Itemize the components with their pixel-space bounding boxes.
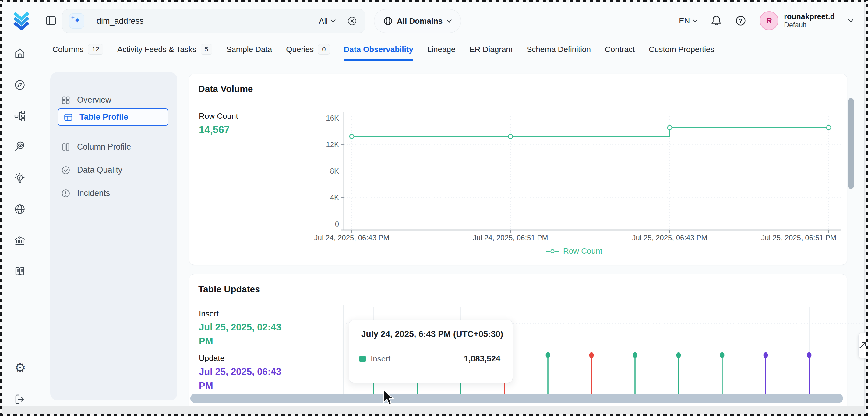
svg-text:16K: 16K [326,114,339,122]
tab-count-badge: 12 [88,44,103,55]
user-name: rounakpreet.d [784,12,835,21]
alert-circle-icon [61,189,70,198]
divider [341,14,341,27]
horizontal-scrollbar[interactable] [190,394,843,403]
tab-sample-data[interactable]: Sample Data [226,36,272,63]
svg-text:Jul 25, 2025, 06:51 PM: Jul 25, 2025, 06:51 PM [761,233,836,242]
search-value: dim_address [97,17,144,26]
chevron-down-icon [693,20,698,22]
rail-lineage-icon[interactable] [14,110,26,122]
svg-text:12K: 12K [326,140,339,149]
grid-icon [61,96,70,105]
entity-tabs: Columns12Activity Feeds & Tasks5Sample D… [52,36,714,63]
chevron-down-icon [848,19,854,22]
tooltip-series-swatch [360,356,366,362]
svg-text:4K: 4K [330,193,339,202]
rail-insights-icon[interactable] [14,172,26,185]
table-updates-title: Table Updates [198,284,260,294]
chart-tooltip: July 24, 2025, 6:43 PM (UTC+05:30) Inser… [349,320,513,383]
svg-text:?: ? [739,18,743,24]
tab-count-badge: 5 [201,44,212,55]
search-scope-dropdown[interactable]: All [319,17,336,26]
tooltip-series-value: 1,083,524 [464,354,500,363]
side-panel-handle[interactable] [858,332,868,358]
expand-arrow-icon [859,341,866,349]
globe-icon [383,17,393,26]
tab-count-badge: 0 [318,44,330,55]
tooltip-timestamp: July 24, 2025, 6:43 PM (UTC+05:30) [361,329,503,339]
sidebar-item-overview[interactable]: Overview [61,95,112,105]
rail-domains-icon[interactable] [14,203,26,216]
tab-lineage[interactable]: Lineage [427,36,456,63]
data-volume-title: Data Volume [198,84,253,94]
tab-contract[interactable]: Contract [605,36,635,63]
tab-queries[interactable]: Queries0 [286,36,330,63]
update-metric: Update Jul 25, 2025, 06:43 PM [199,354,281,393]
window-bottom-strip [0,406,868,416]
sidebar-item-data-quality[interactable]: Data Quality [61,165,122,175]
domains-dropdown[interactable]: All Domains [374,9,461,33]
tab-er-diagram[interactable]: ER Diagram [469,36,513,63]
chevron-down-icon [331,20,336,23]
rail-glossary-icon[interactable] [14,265,26,278]
screenshot-edge [0,0,2,416]
global-search-input[interactable]: ✦✦ dim_address All [62,9,366,33]
row-count-value: 14,567 [199,124,238,135]
profiler-sidebar: Overview Table Profile Column Profile Da… [50,72,177,401]
user-menu[interactable]: R rounakpreet.d Default [760,11,854,30]
chevron-down-icon [447,20,452,23]
tab-columns[interactable]: Columns12 [52,36,103,63]
tab-schema-definition[interactable]: Schema Definition [527,36,591,63]
row-count-legend[interactable]: Row Count [546,246,602,256]
table-icon [64,113,73,122]
vertical-scrollbar[interactable] [848,98,854,189]
row-count-metric: Row Count 14,567 [199,111,238,135]
data-volume-chart: 04K8K12K16KJul 24, 2025, 06:43 PMJul 24,… [305,107,850,244]
notifications-bell-icon[interactable] [711,15,722,27]
svg-text:Jul 25, 2025, 06:43 PM: Jul 25, 2025, 06:43 PM [632,233,708,242]
svg-text:Jul 24, 2025, 06:43 PM: Jul 24, 2025, 06:43 PM [314,233,390,242]
insert-metric: Insert Jul 25, 2025, 02:43 PM [199,309,281,348]
columns-icon [61,142,70,152]
check-circle-icon [61,166,70,175]
user-team: Default [784,21,835,30]
sidebar-item-incidents[interactable]: Incidents [61,189,110,198]
avatar: R [760,11,778,30]
rail-settings-gear-icon[interactable]: ⚙ [14,362,26,374]
rail-explore-icon[interactable] [14,79,26,91]
data-volume-card: Data Volume Row Count 14,567 04K8K12K16K… [189,74,847,265]
tab-custom-properties[interactable]: Custom Properties [649,36,714,63]
svg-text:Jul 24, 2025, 06:51 PM: Jul 24, 2025, 06:51 PM [473,233,548,242]
help-icon[interactable]: ? [735,15,746,26]
rail-govern-icon[interactable] [14,235,26,247]
rail-home-icon[interactable] [14,47,26,60]
svg-text:8K: 8K [330,167,339,175]
app-header: ✦✦ dim_address All All Domains EN [0,0,868,36]
language-dropdown[interactable]: EN [679,16,698,26]
panel-toggle-icon[interactable] [45,15,57,27]
rail-logout-icon[interactable] [14,393,26,406]
sidebar-item-column-profile[interactable]: Column Profile [61,142,131,152]
clear-search-icon[interactable] [347,16,357,26]
sidebar-item-table-profile[interactable]: Table Profile [58,108,168,126]
ai-sparkle-icon: ✦✦ [69,13,84,29]
tab-activity-feeds-tasks[interactable]: Activity Feeds & Tasks5 [117,36,212,63]
rail-observability-icon[interactable] [14,141,26,153]
tab-data-observability[interactable]: Data Observability [344,36,413,63]
legend-line-icon [546,249,559,254]
tooltip-series-label: Insert [371,354,391,363]
svg-text:0: 0 [335,220,339,228]
app-logo-icon[interactable] [13,10,30,30]
